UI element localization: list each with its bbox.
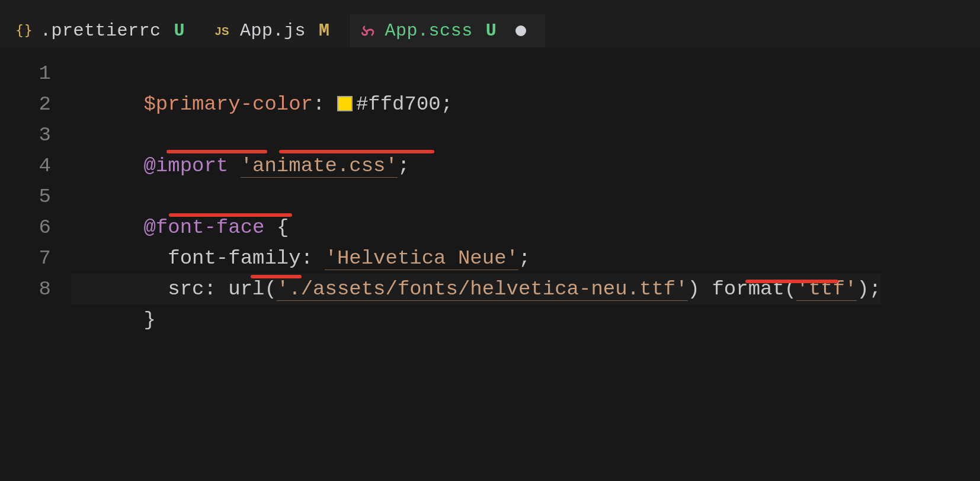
tab-git-status: M [319,21,330,41]
line-number: 1 [0,58,51,89]
brace-token: } [143,309,155,331]
tab-filename: .prettierrc [40,21,161,41]
tab-filename: App.js [240,21,306,41]
line-number: 5 [0,181,51,212]
code-line[interactable]: $primary-color: #ffd700; [71,58,881,89]
sass-icon [360,23,377,39]
js-icon: JS [215,23,232,39]
code-line[interactable]: font-family: 'Helvetica Neue'; [71,212,881,243]
tab-filename: App.scss [385,21,473,41]
code-line[interactable]: } [71,274,881,304]
tab-git-status: U [486,21,497,41]
line-number: 7 [0,243,51,274]
code-line[interactable] [71,150,881,181]
line-number: 8 [0,274,51,304]
code-editor[interactable]: 1 2 3 4 5 6 7 8 $primary-color: #ffd700;… [0,47,980,481]
code-line[interactable]: @import 'animate.css'; [71,120,881,150]
line-number-gutter: 1 2 3 4 5 6 7 8 [0,58,71,481]
line-number: 2 [0,89,51,120]
code-line[interactable] [71,89,881,120]
tab-git-status: U [174,21,185,41]
line-number: 3 [0,120,51,150]
tab-prettierrc[interactable]: {} .prettierrc U [5,14,204,47]
code-line[interactable]: src: url('./assets/fonts/helvetica-neu.t… [71,243,881,274]
line-number: 4 [0,150,51,181]
tab-app-js[interactable]: JS App.js M [204,14,350,47]
line-number: 6 [0,212,51,243]
tab-app-scss[interactable]: App.scss U [350,14,546,47]
code-line[interactable]: @font-face { [71,181,881,212]
svg-text:JS: JS [215,25,229,37]
svg-text:{}: {} [15,23,32,39]
braces-icon: {} [15,23,32,39]
code-area[interactable]: $primary-color: #ffd700; @import 'animat… [71,58,881,481]
tab-bar: {} .prettierrc U JS App.js M App.scss U [0,0,980,47]
unsaved-dot-icon [515,25,526,36]
